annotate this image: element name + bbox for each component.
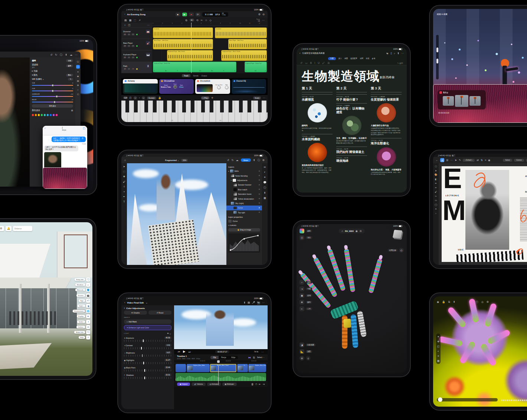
project-title[interactable]: 繪圖 & 繪畫 [437, 13, 448, 16]
record-icon[interactable]: ◉ [437, 301, 439, 303]
select-menu[interactable]: Select ⋯ [257, 356, 265, 358]
lock-icon[interactable]: 🔒 [442, 301, 445, 303]
shape-tool-icon[interactable]: ▭ [435, 199, 437, 201]
tab-draw[interactable]: 繪圖 [344, 58, 348, 59]
white-balance-row[interactable]: WB 拍攝時 ⌄✎ [32, 78, 73, 81]
layer-row[interactable]: Top right👁 [226, 210, 262, 215]
panel-shadows[interactable]: Shadows◐ [75, 283, 90, 287]
panel-display[interactable]: Display👁 [77, 314, 90, 318]
tracks-view-icon[interactable]: ▤ [124, 19, 127, 22]
pen-tool-icon[interactable]: ✒ [435, 182, 437, 184]
poster-artboard[interactable]: E LECTRONIC M USIC AV SC [442, 166, 527, 262]
home-icon[interactable]: ⌂ [341, 230, 343, 232]
panel-materials[interactable]: Materials🪣 [75, 288, 90, 292]
layer-row[interactable]: Yellow desaturation👁 [226, 196, 262, 201]
brush-size-slider[interactable] [436, 35, 439, 79]
share-icon[interactable]: ⬆ [453, 301, 455, 303]
settings-icon[interactable]: ⚙ [262, 159, 265, 161]
highlight-icon[interactable]: 🖊 [322, 62, 325, 64]
move-tool-icon[interactable]: ➤ [123, 165, 125, 168]
font-box[interactable]: ▭ [305, 62, 308, 64]
animate-button[interactable]: ◎ Animate [207, 383, 221, 386]
frame-icon[interactable]: ▢ [476, 301, 478, 303]
flip-v-icon[interactable]: ⇅ [481, 159, 483, 161]
play-icon[interactable]: ▷ [471, 301, 473, 303]
color-mix-button[interactable]: 顏色混合 [32, 104, 73, 108]
region[interactable]: Bass Player · Indie Disco [153, 39, 213, 50]
nav-items[interactable]: ◫項目 [299, 235, 312, 240]
more-icon[interactable]: ⋯ [261, 351, 264, 353]
track-row-keys[interactable]: Keyboard PlayerMSR🎹 [121, 50, 152, 62]
eraser-icon[interactable]: ◇ [209, 19, 211, 22]
zoom-level[interactable]: 74 % [254, 351, 258, 353]
clip-selected[interactable]: Skyline_Blue_Close [210, 364, 236, 372]
text-tool-icon[interactable]: A [435, 208, 436, 210]
layer-row[interactable]: ▾Edits👁 [226, 169, 262, 173]
tool-utilities[interactable]: ✂工具 [299, 306, 312, 311]
color-dot-row[interactable] [32, 114, 73, 116]
slider-highlights[interactable]: ◉ Highlights11.27 [124, 358, 171, 364]
clone-tool-icon[interactable]: ⌖ [124, 191, 125, 193]
boolean-icon[interactable]: ◉ [488, 159, 490, 161]
preset-select[interactable]: ‹ Default › [463, 159, 475, 162]
arrow-icon[interactable]: ✛ [211, 96, 213, 99]
inspect-button[interactable]: ▣ Inspect [177, 383, 190, 386]
help-icon[interactable]: ⓘ [258, 159, 260, 161]
tab-track[interactable]: Track [182, 74, 190, 77]
piano-keyboard[interactable]: C2 C3 C4 [121, 101, 268, 122]
chromaverb-wet[interactable]: Wet [225, 84, 229, 90]
panel-soften[interactable]: Soften◑ [77, 320, 90, 324]
light-section[interactable]: ▸ 光線 [32, 70, 73, 72]
layer-row-selected[interactable]: Curve👁 [226, 206, 262, 210]
back-icon[interactable]: ‹ [45, 127, 45, 129]
audio-track[interactable] [176, 373, 266, 381]
tool-mode[interactable]: ✥ [190, 19, 194, 22]
plugin-alchemy[interactable]: Alchemy [123, 79, 158, 94]
more-icon[interactable]: ⋯ [262, 301, 265, 304]
glue-icon[interactable]: ⊹ [205, 19, 207, 22]
tab-home[interactable]: 常用 [328, 57, 336, 60]
gradient-tool-icon[interactable]: ◧ [435, 178, 437, 180]
light-icon[interactable]: ☀ [437, 355, 439, 357]
curves-section[interactable]: ▾ CURVES [226, 223, 262, 227]
fill-tool-icon[interactable]: 🎨 [435, 174, 438, 176]
help-icon[interactable]: ⊖ [262, 13, 265, 16]
share-icon[interactable]: ⬆ [243, 301, 246, 304]
add-mask-button[interactable]: ＋ Add Mask [124, 319, 171, 324]
trash-icon[interactable]: 🗑 [251, 383, 254, 385]
play-button[interactable]: ▶ [182, 13, 187, 16]
layer-row[interactable]: Noise blending👁 [226, 173, 262, 178]
grid-icon[interactable]: ▦ [264, 197, 266, 199]
info-icon[interactable]: ⓘ [264, 186, 266, 189]
layer-row[interactable]: Blue match👁 [226, 187, 262, 192]
eye-icon[interactable]: 👁 [258, 193, 260, 195]
notifications-icon[interactable]: 🔔 [6, 226, 12, 231]
adjust-icon[interactable]: ☼ [76, 65, 80, 69]
settings-icon[interactable]: ⚙ [0, 226, 4, 231]
undo-icon[interactable]: ↺ [50, 53, 52, 56]
canvas-area[interactable]: E LECTRONIC M USIC AV SC [439, 163, 527, 265]
color-mix-row[interactable]: 顏色混合⊗ [32, 109, 73, 112]
contact[interactable]: 楊佳玲 [62, 127, 66, 131]
eraser-tool-icon[interactable]: ◊ [124, 186, 125, 188]
cloud-icon[interactable]: ☁ [236, 159, 239, 161]
redo-icon[interactable]: ↻ [55, 53, 57, 56]
filters-icon[interactable]: ✦ [77, 71, 79, 73]
volume-button[interactable]: 🔊 Volume [192, 383, 205, 386]
underline-icon[interactable]: U [318, 62, 320, 64]
slider-temp[interactable]: 色溫0 [32, 82, 73, 86]
lasso-tool-icon[interactable]: ✾ [123, 175, 125, 178]
loop-icon[interactable]: ⟲ [196, 19, 199, 22]
tab-view[interactable]: 檢視 [366, 58, 369, 59]
timeline-slider[interactable] [437, 398, 498, 401]
track-row-pads[interactable]: PadsMSR🎛 [121, 62, 152, 73]
curves-button[interactable]: Curves [514, 159, 524, 162]
region[interactable]: Drummer [215, 27, 267, 38]
design-icon[interactable]: ☯ [386, 52, 389, 55]
cloud-icon[interactable]: ☁ [70, 53, 72, 56]
multicam-button[interactable]: ▦ Multicam [222, 383, 237, 386]
undo-icon[interactable]: ↺ [227, 159, 229, 161]
video-preview[interactable] [174, 305, 268, 349]
visibility-toggles[interactable]: ⊘◍ [299, 356, 315, 361]
pencil-tool-icon[interactable]: ↗ [138, 19, 141, 22]
